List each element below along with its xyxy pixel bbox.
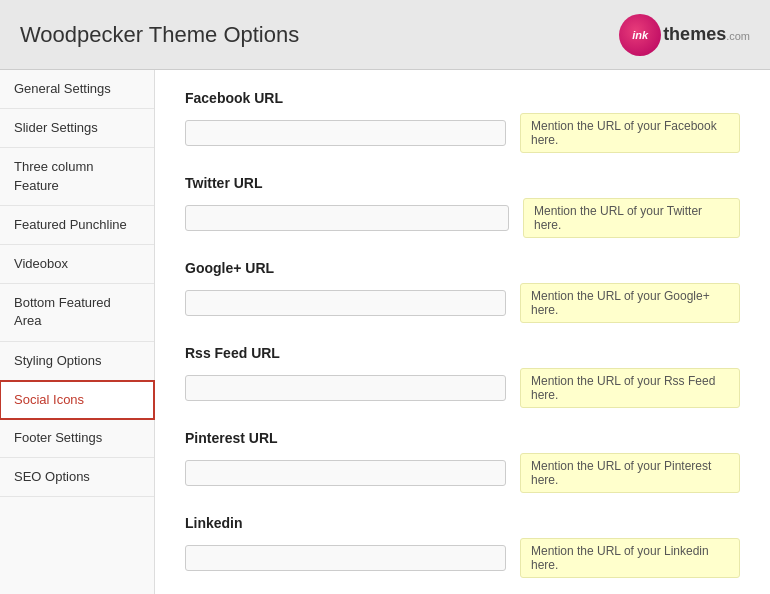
facebook-url-label: Facebook URL (185, 90, 740, 106)
twitter-url-hint: Mention the URL of your Twitter here. (523, 198, 740, 238)
page-title: Woodpecker Theme Options (20, 22, 299, 48)
facebook-url-row: Mention the URL of your Facebook here. (185, 113, 740, 153)
linkedin-hint: Mention the URL of your Linkedin here. (520, 538, 740, 578)
twitter-url-label: Twitter URL (185, 175, 740, 191)
pinterest-url-row: Mention the URL of your Pinterest here. (185, 453, 740, 493)
logo-icon: ink (619, 14, 661, 56)
field-group-pinterest: Pinterest URL Mention the URL of your Pi… (185, 430, 740, 493)
linkedin-input[interactable] (185, 545, 506, 571)
field-group-facebook: Facebook URL Mention the URL of your Fac… (185, 90, 740, 153)
sidebar-item-footer-settings[interactable]: Footer Settings (0, 419, 154, 458)
pinterest-url-hint: Mention the URL of your Pinterest here. (520, 453, 740, 493)
field-group-twitter: Twitter URL Mention the URL of your Twit… (185, 175, 740, 238)
linkedin-row: Mention the URL of your Linkedin here. (185, 538, 740, 578)
rss-feed-url-row: Mention the URL of your Rss Feed here. (185, 368, 740, 408)
sidebar-item-videobox[interactable]: Videobox (0, 245, 154, 284)
field-group-linkedin: Linkedin Mention the URL of your Linkedi… (185, 515, 740, 578)
main-layout: General Settings Slider Settings Three c… (0, 70, 770, 594)
sidebar-item-featured-punchline[interactable]: Featured Punchline (0, 206, 154, 245)
page-header: Woodpecker Theme Options ink themes.com (0, 0, 770, 70)
sidebar-item-bottom-featured-area[interactable]: Bottom Featured Area (0, 284, 154, 341)
twitter-url-row: Mention the URL of your Twitter here. (185, 198, 740, 238)
logo-text: themes.com (663, 24, 750, 45)
sidebar-item-styling-options[interactable]: Styling Options (0, 342, 154, 381)
rss-feed-url-hint: Mention the URL of your Rss Feed here. (520, 368, 740, 408)
field-group-googleplus: Google+ URL Mention the URL of your Goog… (185, 260, 740, 323)
pinterest-url-input[interactable] (185, 460, 506, 486)
sidebar-item-general-settings[interactable]: General Settings (0, 70, 154, 109)
rss-feed-url-label: Rss Feed URL (185, 345, 740, 361)
twitter-url-input[interactable] (185, 205, 509, 231)
facebook-url-input[interactable] (185, 120, 506, 146)
googleplus-url-label: Google+ URL (185, 260, 740, 276)
sidebar-item-three-column-feature[interactable]: Three column Feature (0, 148, 154, 205)
sidebar-item-seo-options[interactable]: SEO Options (0, 458, 154, 497)
main-content: Facebook URL Mention the URL of your Fac… (155, 70, 770, 594)
logo: ink themes.com (619, 14, 750, 56)
sidebar-item-slider-settings[interactable]: Slider Settings (0, 109, 154, 148)
rss-feed-url-input[interactable] (185, 375, 506, 401)
googleplus-url-row: Mention the URL of your Google+ here. (185, 283, 740, 323)
googleplus-url-input[interactable] (185, 290, 506, 316)
linkedin-label: Linkedin (185, 515, 740, 531)
sidebar-item-social-icons[interactable]: Social Icons (0, 380, 155, 420)
facebook-url-hint: Mention the URL of your Facebook here. (520, 113, 740, 153)
pinterest-url-label: Pinterest URL (185, 430, 740, 446)
sidebar: General Settings Slider Settings Three c… (0, 70, 155, 594)
logo-ink-text: ink (632, 29, 648, 41)
googleplus-url-hint: Mention the URL of your Google+ here. (520, 283, 740, 323)
field-group-rss: Rss Feed URL Mention the URL of your Rss… (185, 345, 740, 408)
